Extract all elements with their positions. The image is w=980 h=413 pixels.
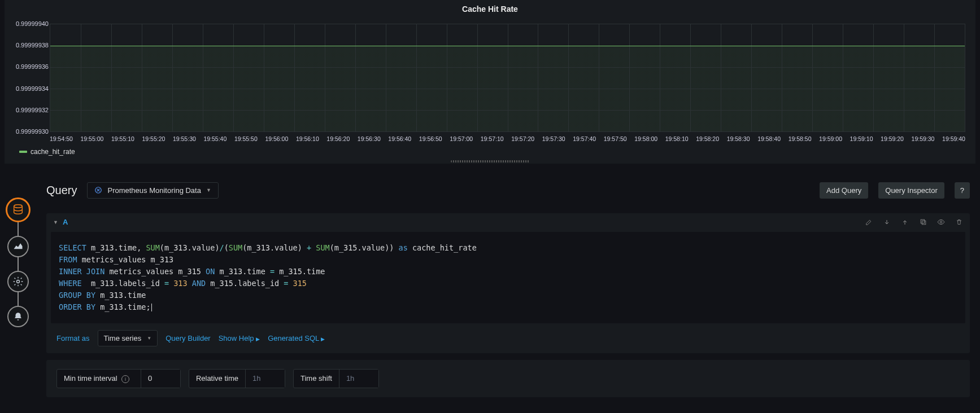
svg-point-1 bbox=[17, 280, 20, 283]
query-section-title: Query bbox=[46, 184, 77, 197]
chart-icon bbox=[12, 241, 24, 252]
datasource-icon bbox=[94, 186, 102, 194]
time-shift-label: Time shift bbox=[294, 374, 339, 383]
move-up-icon[interactable] bbox=[901, 218, 909, 226]
y-tick: 0.99999936 bbox=[16, 63, 49, 70]
panel-editor-tabs bbox=[6, 197, 31, 327]
legend-series-name: cache_hit_rate bbox=[31, 148, 75, 156]
x-axis-ticks: 19:54:5019:55:0019:55:1019:55:2019:55:30… bbox=[50, 135, 965, 144]
y-tick: 0.99999930 bbox=[16, 128, 49, 135]
y-tick: 0.99999938 bbox=[16, 42, 49, 49]
min-time-interval-label: Min time interval i bbox=[57, 374, 141, 383]
datasource-picker[interactable]: Prometheus Monitoring Data ▼ bbox=[87, 182, 218, 199]
chevron-down-icon: ▼ bbox=[206, 187, 211, 193]
database-icon bbox=[12, 204, 24, 216]
query-inspector-button[interactable]: Query Inspector bbox=[878, 182, 944, 199]
tab-general[interactable] bbox=[7, 271, 29, 292]
text-cursor bbox=[151, 304, 152, 311]
generated-sql-link[interactable]: Generated SQL ▶ bbox=[268, 334, 325, 342]
relative-time-label: Relative time bbox=[189, 374, 245, 383]
legend-swatch bbox=[19, 151, 27, 153]
query-header: Query Prometheus Monitoring Data ▼ Add Q… bbox=[46, 176, 970, 204]
relative-time-group: Relative time bbox=[189, 369, 285, 388]
edit-query-icon[interactable] bbox=[865, 218, 873, 226]
chart-plot-area[interactable] bbox=[50, 24, 965, 132]
datasource-name: Prometheus Monitoring Data bbox=[107, 186, 201, 195]
svg-point-0 bbox=[14, 205, 23, 208]
panel-resize-handle[interactable] bbox=[451, 160, 530, 162]
move-down-icon[interactable] bbox=[883, 218, 891, 226]
query-ref-id[interactable]: A bbox=[63, 218, 68, 226]
tab-queries[interactable] bbox=[6, 197, 31, 222]
format-select[interactable]: Time series bbox=[98, 330, 158, 346]
toggle-visibility-icon[interactable] bbox=[937, 218, 945, 226]
chart-title: Cache Hit Rate bbox=[5, 0, 975, 14]
sql-editor[interactable]: SELECT m_313.time, SUM(m_313.value)/(SUM… bbox=[51, 232, 965, 323]
y-tick: 0.99999934 bbox=[16, 85, 49, 92]
duplicate-query-icon[interactable] bbox=[919, 218, 927, 226]
collapse-toggle-icon[interactable]: ▼ bbox=[53, 219, 58, 225]
y-tick: 0.99999932 bbox=[16, 107, 49, 113]
time-shift-input[interactable] bbox=[339, 370, 378, 388]
time-shift-group: Time shift bbox=[293, 369, 379, 388]
svg-rect-4 bbox=[921, 219, 925, 223]
chart-legend[interactable]: cache_hit_rate bbox=[19, 148, 75, 156]
query-options-row: Format as Time series Query Builder Show… bbox=[46, 328, 970, 353]
chart-panel: Cache Hit Rate 0.99999940 0.99999938 0.9… bbox=[5, 0, 975, 164]
query-row-header: ▼ A bbox=[46, 213, 970, 231]
y-tick: 0.99999940 bbox=[16, 20, 49, 27]
delete-query-icon[interactable] bbox=[955, 218, 963, 226]
tab-alert[interactable] bbox=[7, 306, 29, 327]
svg-point-5 bbox=[940, 221, 942, 223]
query-row: ▼ A SELECT m_313.time, SUM(m_313.value)/… bbox=[46, 213, 970, 353]
gear-icon bbox=[12, 276, 24, 287]
info-icon[interactable]: i bbox=[121, 375, 129, 383]
tab-visualization[interactable] bbox=[7, 236, 29, 257]
show-help-link[interactable]: Show Help ▶ bbox=[219, 334, 260, 342]
min-time-interval-group: Min time interval i bbox=[56, 369, 181, 388]
query-section: Query Prometheus Monitoring Data ▼ Add Q… bbox=[46, 176, 970, 397]
help-button[interactable]: ? bbox=[955, 182, 970, 199]
series-line-cache-hit-rate[interactable] bbox=[50, 46, 965, 46]
query-builder-link[interactable]: Query Builder bbox=[165, 334, 210, 342]
bell-icon bbox=[13, 311, 23, 322]
min-time-interval-input[interactable] bbox=[141, 370, 180, 388]
add-query-button[interactable]: Add Query bbox=[820, 182, 868, 199]
format-as-label: Format as bbox=[56, 334, 90, 342]
query-time-options: Min time interval i Relative time Time s… bbox=[46, 360, 970, 397]
relative-time-input[interactable] bbox=[245, 370, 285, 388]
svg-rect-3 bbox=[922, 221, 926, 225]
